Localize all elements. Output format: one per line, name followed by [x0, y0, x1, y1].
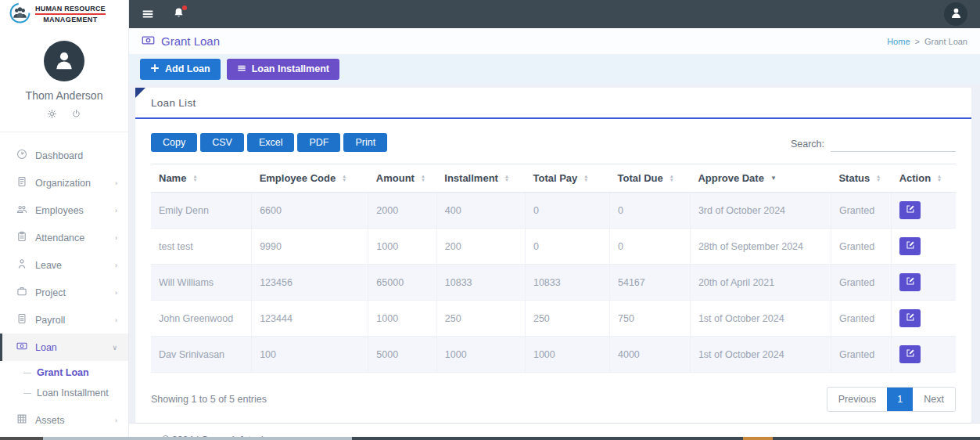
- user-name: Thom Anderson: [0, 89, 128, 102]
- titlebar: Grant Loan Home > Grant Loan: [129, 28, 980, 54]
- edit-loan-button[interactable]: [899, 273, 921, 291]
- sidebar-subitem-label: Grant Loan: [37, 367, 89, 378]
- cell-action: [892, 265, 956, 301]
- edit-loan-button[interactable]: [899, 309, 921, 327]
- column-label: Action: [899, 172, 931, 184]
- taskbar-segment: [773, 437, 980, 440]
- sidebar-item-project[interactable]: Project›: [0, 279, 128, 306]
- sidebar-menu: DashboardOrganization›Employees›Attendan…: [0, 132, 128, 437]
- tree-dash: [23, 373, 31, 373]
- people-logo-icon: [9, 2, 31, 26]
- export-buttons: CopyCSVExcelPDFPrint: [151, 133, 387, 152]
- breadcrumb-home[interactable]: Home: [887, 37, 910, 46]
- column-header-installment[interactable]: Installment▲▼: [436, 164, 525, 193]
- cell-total_pay: 1000: [525, 337, 609, 373]
- sidebar-item-dashboard[interactable]: Dashboard: [0, 142, 128, 169]
- cell-approve_date: 1st of October 2024: [690, 337, 831, 373]
- edit-icon: [906, 204, 915, 216]
- cell-name: Dav Srinivasan: [151, 337, 252, 373]
- taskbar-strip: [0, 437, 980, 440]
- column-header-action[interactable]: Action▲▼: [892, 164, 956, 193]
- sidebar-item-loan[interactable]: Loan∨: [0, 334, 128, 361]
- card-title: Loan List: [135, 88, 971, 119]
- print-button[interactable]: Print: [343, 133, 387, 152]
- sidebar-subitem-grant-loan[interactable]: Grant Loan: [23, 362, 128, 383]
- sidebar-item-label: Attendance: [35, 233, 84, 243]
- edit-loan-button[interactable]: [899, 201, 921, 219]
- column-header-name[interactable]: Name▲▼: [151, 164, 252, 193]
- page-title: Grant Loan: [142, 34, 220, 49]
- gear-icon[interactable]: [47, 109, 57, 121]
- pagination-previous[interactable]: Previous: [827, 388, 888, 411]
- cell-employee_code: 6600: [252, 193, 368, 229]
- page-title-text: Grant Loan: [161, 34, 220, 48]
- brand-line2: MANAGEMENT: [43, 16, 98, 23]
- cell-total_due: 54167: [610, 265, 691, 301]
- sidebar-item-organization[interactable]: Organization›: [0, 169, 128, 197]
- cell-action: [892, 193, 956, 229]
- cell-approve_date: 3rd of October 2024: [690, 193, 831, 229]
- edit-loan-button[interactable]: [899, 237, 921, 255]
- organization-icon: [16, 176, 27, 189]
- column-header-amount[interactable]: Amount▲▼: [368, 164, 436, 193]
- assets-icon: [16, 413, 27, 427]
- breadcrumb-current: Grant Loan: [924, 37, 967, 46]
- breadcrumb: Home > Grant Loan: [887, 37, 967, 46]
- sidebar-subitem-label: Loan Installment: [37, 388, 109, 399]
- pagination-next[interactable]: Next: [913, 388, 955, 411]
- pagination-page-1[interactable]: 1: [887, 388, 913, 411]
- entries-summary: Showing 1 to 5 of 5 entries: [151, 394, 267, 405]
- table-row: Will Williams123456650001083310833541672…: [151, 265, 956, 301]
- sidebar-item-label: Leave: [35, 260, 62, 271]
- brand-line1: HUMAN RESOURCE: [35, 5, 106, 15]
- sort-desc-icon: ▼: [770, 175, 777, 182]
- cell-installment: 200: [436, 229, 525, 265]
- column-header-approve_date[interactable]: Approve Date▼: [690, 164, 831, 193]
- notifications-bell[interactable]: [173, 7, 185, 21]
- brand-logo[interactable]: HUMAN RESOURCE MANAGEMENT: [0, 0, 128, 28]
- copy-button[interactable]: Copy: [151, 133, 197, 152]
- column-header-employee_code[interactable]: Employee Code▲▼: [252, 164, 368, 193]
- hamburger-icon[interactable]: [142, 8, 154, 20]
- add-loan-button[interactable]: Add Loan: [140, 59, 221, 80]
- edit-loan-button[interactable]: [899, 345, 921, 363]
- sort-icon: ▲▼: [583, 175, 588, 182]
- cell-action: [892, 337, 956, 373]
- card-corner-decoration: [135, 88, 145, 98]
- sidebar-item-employees[interactable]: Employees›: [0, 197, 128, 224]
- column-header-total_pay[interactable]: Total Pay▲▼: [525, 164, 609, 193]
- avatar[interactable]: [44, 41, 84, 81]
- chevron-right-icon: ›: [115, 179, 117, 187]
- column-header-status[interactable]: Status▲▼: [831, 164, 891, 193]
- excel-button[interactable]: Excel: [247, 133, 295, 152]
- loan-installment-button[interactable]: Loan Installment: [227, 59, 339, 80]
- user-icon: [949, 6, 963, 22]
- sidebar-item-payroll[interactable]: Payroll›: [0, 306, 128, 334]
- sidebar-item-leave[interactable]: Leave›: [0, 251, 128, 279]
- cell-action: [892, 301, 956, 337]
- pdf-button[interactable]: PDF: [297, 133, 340, 152]
- column-header-total_due[interactable]: Total Due▲▼: [610, 164, 691, 193]
- sidebar-item-assets[interactable]: Assets›: [0, 406, 128, 434]
- topbar-avatar[interactable]: [944, 2, 967, 26]
- cell-amount: 1000: [368, 229, 436, 265]
- edit-icon: [906, 312, 915, 324]
- chevron-right-icon: ›: [115, 289, 117, 297]
- cell-installment: 250: [436, 301, 525, 337]
- column-label: Approve Date: [698, 172, 764, 184]
- column-label: Status: [838, 172, 870, 184]
- column-label: Employee Code: [260, 172, 336, 184]
- search-input[interactable]: [831, 136, 956, 152]
- taskbar-segment: [743, 437, 773, 440]
- cell-employee_code: 123456: [252, 265, 368, 301]
- chevron-right-icon: ›: [115, 207, 117, 215]
- tree-dash: [23, 393, 31, 394]
- table-row: Dav Srinivasan10050001000100040001st of …: [151, 337, 956, 373]
- search: Search:: [791, 136, 956, 152]
- chevron-right-icon: ›: [115, 316, 117, 324]
- csv-button[interactable]: CSV: [200, 133, 244, 152]
- sidebar-subitem-loan-installment[interactable]: Loan Installment: [23, 383, 128, 403]
- sidebar-item-attendance[interactable]: Attendance›: [0, 224, 128, 251]
- power-icon[interactable]: [71, 109, 81, 121]
- project-icon: [16, 286, 27, 299]
